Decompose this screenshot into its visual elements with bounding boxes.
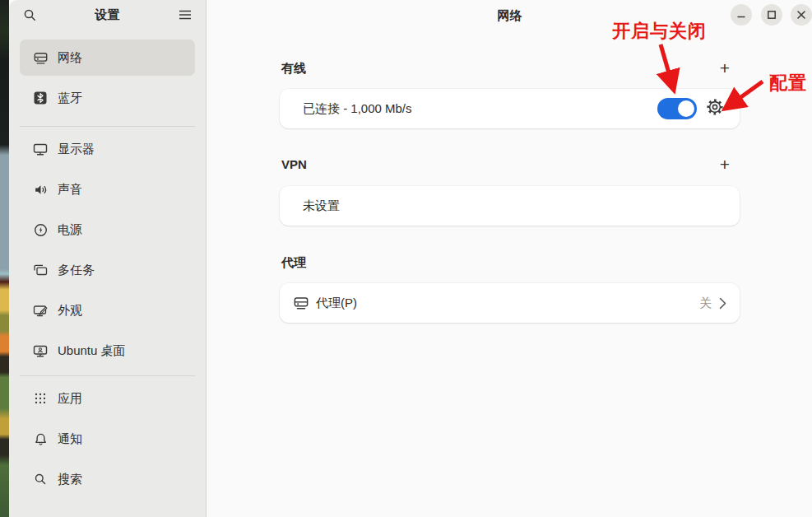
sidebar-item-label: Ubuntu 桌面 [58, 343, 126, 359]
proxy-network-icon [294, 296, 309, 310]
add-wired-button[interactable]: + [714, 57, 735, 78]
maximize-icon [767, 10, 777, 20]
annotation-toggle-label: 开启与关闭 [612, 19, 707, 44]
multitasking-icon [33, 263, 48, 277]
wired-settings-gear-button[interactable] [705, 97, 724, 116]
bell-icon [33, 431, 48, 446]
sidebar-separator [20, 375, 195, 376]
maximize-button[interactable] [761, 4, 782, 26]
sidebar-item-ubuntu-desktop[interactable]: Ubuntu 桌面 [20, 333, 195, 369]
sidebar-item-label: 电源 [58, 222, 82, 238]
sidebar-item-multitasking[interactable]: 多任务 [20, 252, 195, 288]
network-icon [33, 50, 48, 65]
minimize-icon [736, 10, 746, 20]
sidebar-item-displays[interactable]: 显示器 [20, 131, 195, 167]
proxy-label: 代理(P) [316, 296, 357, 311]
sidebar-item-notifications[interactable]: 通知 [20, 421, 195, 457]
sidebar: 设置 网络 [9, 0, 206, 517]
proxy-row[interactable]: 代理(P) 关 [280, 283, 740, 323]
sidebar-item-search[interactable]: 搜索 [20, 461, 195, 497]
section-title-proxy: 代理 [281, 255, 306, 271]
close-button[interactable] [791, 4, 812, 26]
sidebar-item-sound[interactable]: 声音 [20, 171, 195, 207]
search-button[interactable] [19, 4, 40, 26]
sidebar-item-label: 显示器 [58, 142, 95, 157]
section-title-vpn: VPN [281, 157, 307, 171]
bluetooth-icon [33, 91, 48, 105]
add-vpn-button[interactable]: + [714, 153, 735, 175]
vpn-status-text: 未设置 [303, 198, 340, 214]
sidebar-item-appearance[interactable]: 外观 [20, 292, 195, 328]
search-icon [23, 8, 37, 22]
chevron-right-icon [719, 297, 726, 310]
desktop-wallpaper-strip [0, 0, 9, 517]
minimize-button[interactable] [731, 4, 752, 26]
sidebar-separator [20, 126, 195, 127]
main-pane: 网络 有线 + 已连接 - 1,000 Mb/s [207, 0, 812, 517]
page-title: 网络 [207, 8, 812, 24]
app-title: 设置 [40, 7, 174, 23]
wired-connection-row: 已连接 - 1,000 Mb/s [280, 89, 740, 128]
sidebar-header: 设置 [9, 0, 206, 30]
ubuntu-desktop-icon [33, 343, 48, 358]
sidebar-item-label: 网络 [58, 50, 82, 66]
sidebar-item-label: 应用 [58, 391, 82, 407]
section-title-wired: 有线 [281, 61, 306, 77]
hamburger-icon [179, 9, 192, 21]
appearance-icon [33, 303, 48, 318]
vpn-row: 未设置 [280, 186, 740, 226]
apps-grid-icon [33, 391, 48, 406]
sidebar-item-network[interactable]: 网络 [20, 40, 195, 76]
sidebar-item-label: 蓝牙 [58, 91, 82, 106]
sidebar-item-label: 搜索 [58, 472, 82, 487]
power-icon [33, 222, 48, 237]
sidebar-nav: 网络 蓝牙 [9, 30, 206, 497]
toggle-knob [678, 100, 694, 117]
main-menu-button[interactable] [174, 4, 196, 26]
sidebar-item-power[interactable]: 电源 [20, 212, 195, 248]
display-icon [33, 142, 48, 156]
gear-icon [706, 98, 724, 116]
proxy-state-value: 关 [699, 296, 712, 311]
speaker-icon [33, 182, 48, 197]
wired-status-text: 已连接 - 1,000 Mb/s [303, 101, 412, 117]
annotation-configure-label: 配置 [769, 71, 807, 95]
settings-window: 设置 网络 [9, 0, 812, 517]
sidebar-item-label: 外观 [58, 303, 82, 319]
close-icon [796, 10, 806, 20]
wired-toggle-switch[interactable] [657, 98, 697, 119]
sidebar-item-bluetooth[interactable]: 蓝牙 [20, 80, 195, 116]
sidebar-item-label: 通知 [58, 431, 82, 447]
search-icon [33, 472, 48, 487]
sidebar-item-label: 多任务 [58, 263, 95, 278]
sidebar-item-apps[interactable]: 应用 [20, 380, 195, 417]
sidebar-item-label: 声音 [58, 182, 82, 198]
